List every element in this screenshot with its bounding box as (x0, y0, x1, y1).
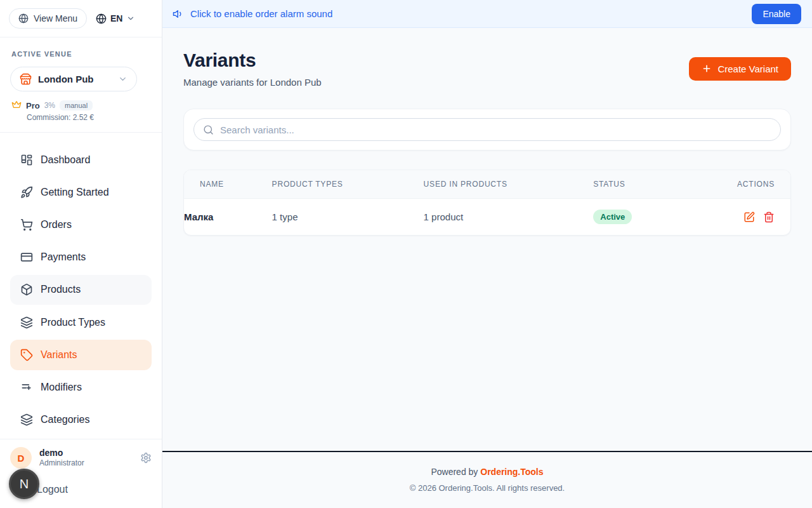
sidebar-item-products[interactable]: Products (10, 275, 152, 305)
page-subtitle: Manage variants for London Pub (183, 77, 322, 88)
table-header-row: NAME PRODUCT TYPES USED IN PRODUCTS STAT… (184, 170, 790, 199)
language-selector[interactable]: EN (96, 13, 135, 24)
globe-icon (96, 13, 107, 24)
search-card (183, 109, 791, 150)
page-header: Variants Manage variants for London Pub … (183, 50, 791, 88)
main-area: Click to enable order alarm sound Enable… (162, 0, 812, 508)
alarm-banner: Click to enable order alarm sound Enable (162, 0, 812, 28)
search-box (193, 118, 781, 141)
page-title: Variants (183, 50, 322, 71)
sidebar-item-payments[interactable]: Payments (10, 243, 152, 272)
page-content: Variants Manage variants for London Pub … (162, 28, 812, 451)
sidebar-item-label: Variants (41, 349, 77, 361)
sidebar-item-label: Modifiers (41, 382, 82, 393)
plan-percent: 3% (44, 101, 55, 110)
column-header-actions: ACTIONS (724, 170, 790, 198)
commission-text: Commission: 2.52 € (27, 113, 152, 122)
layers-icon (20, 316, 33, 329)
alarm-banner-text: Click to enable order alarm sound (190, 8, 332, 19)
list-plus-icon (20, 381, 33, 394)
variant-status-cell: Active (593, 199, 724, 235)
floating-n-badge[interactable]: N (9, 469, 39, 499)
sidebar-item-label: Products (41, 284, 81, 295)
view-menu-button[interactable]: View Menu (9, 8, 87, 29)
chevron-down-icon (118, 74, 128, 84)
volume-icon (173, 8, 184, 20)
logout-label: Logout (37, 484, 68, 495)
search-input[interactable] (220, 124, 771, 135)
sidebar-item-orders[interactable]: Orders (10, 210, 152, 239)
plus-icon (702, 64, 712, 74)
sidebar-item-label: Payments (41, 251, 86, 263)
variant-name: Малка (184, 201, 272, 233)
venue-name: London Pub (38, 74, 112, 84)
sidebar-item-dashboard[interactable]: Dashboard (10, 145, 152, 175)
rocket-icon (20, 186, 33, 199)
box-icon (20, 283, 33, 296)
variant-product-types: 1 type (272, 201, 424, 233)
user-role: Administrator (39, 458, 133, 468)
sidebar-item-label: Dashboard (41, 154, 90, 166)
sidebar-nav: Dashboard Getting Started Orders Payment… (0, 133, 162, 439)
sidebar-item-label: Getting Started (41, 187, 109, 198)
search-icon (203, 124, 214, 135)
venue-select[interactable]: London Pub (10, 67, 137, 91)
active-venue-label: ACTIVE VENUE (11, 50, 152, 58)
globe-icon (18, 13, 29, 23)
language-code: EN (110, 13, 122, 23)
user-meta: demo Administrator (39, 448, 133, 469)
sidebar-item-label: Orders (41, 219, 72, 231)
view-menu-label: View Menu (34, 13, 77, 23)
user-name: demo (39, 448, 133, 459)
sidebar-header: View Menu EN (0, 0, 162, 37)
powered-by-text: Powered by (431, 467, 478, 477)
sidebar-item-variants[interactable]: Variants (10, 340, 152, 370)
footer: Powered by Ordering.Tools © 2026 Orderin… (162, 452, 812, 508)
trash-icon[interactable] (763, 211, 775, 223)
store-icon (20, 73, 32, 85)
brand-link[interactable]: Ordering.Tools (480, 467, 543, 477)
chevron-down-icon (126, 14, 135, 23)
dashboard-icon (20, 154, 33, 166)
variants-table: NAME PRODUCT TYPES USED IN PRODUCTS STAT… (183, 170, 791, 236)
layers-icon (20, 413, 33, 426)
sidebar-item-label: Product Types (41, 317, 105, 328)
sidebar-item-product-types[interactable]: Product Types (10, 307, 152, 337)
plan-name: Pro (26, 101, 40, 110)
row-actions (724, 201, 790, 234)
edit-icon[interactable] (743, 211, 755, 223)
create-variant-label: Create Variant (717, 64, 778, 74)
alarm-banner-message[interactable]: Click to enable order alarm sound (173, 8, 332, 20)
tag-icon (20, 349, 33, 361)
powered-by-line: Powered by Ordering.Tools (431, 467, 543, 477)
credit-card-icon (20, 251, 33, 264)
create-variant-button[interactable]: Create Variant (689, 57, 791, 81)
plan-mode-badge: manual (60, 100, 93, 110)
sidebar-item-categories[interactable]: Categories (10, 405, 152, 435)
column-header-status: STATUS (593, 170, 724, 198)
column-header-name: NAME (184, 170, 272, 198)
shopping-cart-icon (20, 218, 33, 231)
crown-icon (11, 100, 22, 110)
status-badge: Active (593, 210, 632, 224)
floating-n-label: N (20, 477, 29, 491)
active-venue-section: ACTIVE VENUE London Pub Pro 3% manual Co… (0, 37, 162, 133)
sidebar: View Menu EN ACTIVE VENUE London Pub (0, 0, 162, 508)
sidebar-item-modifiers[interactable]: Modifiers (10, 373, 152, 403)
copyright-text: © 2026 Ordering.Tools. All rights reserv… (410, 483, 565, 493)
avatar: D (10, 447, 32, 469)
column-header-used-in-products: USED IN PRODUCTS (424, 170, 594, 198)
enable-button[interactable]: Enable (752, 4, 801, 24)
table-row: Малка 1 type 1 product Active (184, 199, 790, 235)
plan-row: Pro 3% manual (11, 100, 152, 110)
variant-used-in-products: 1 product (424, 201, 594, 233)
gear-icon[interactable] (140, 452, 152, 464)
page-title-block: Variants Manage variants for London Pub (183, 50, 322, 88)
sidebar-item-getting-started[interactable]: Getting Started (10, 177, 152, 207)
sidebar-item-label: Categories (41, 414, 89, 425)
app-window: View Menu EN ACTIVE VENUE London Pub (0, 0, 812, 508)
column-header-product-types: PRODUCT TYPES (272, 170, 424, 198)
